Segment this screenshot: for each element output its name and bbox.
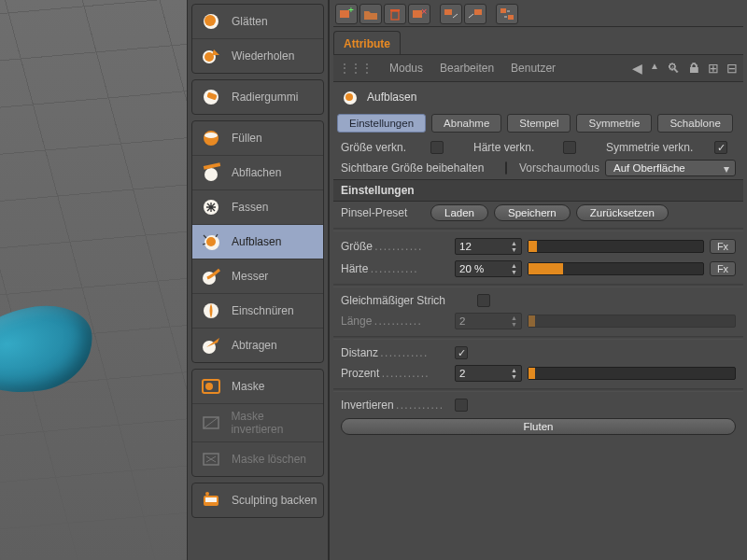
invert-label: Invertieren: [341, 399, 449, 412]
folder-icon[interactable]: [359, 4, 382, 24]
swap-icon[interactable]: [496, 4, 518, 24]
scrape-icon: [198, 334, 224, 357]
tool-radiergummi[interactable]: Radiergummi: [192, 80, 323, 114]
tool-abtragen[interactable]: Abtragen: [192, 328, 323, 362]
preset-label: Pinsel-Preset: [341, 206, 425, 219]
attribute-title: Aufblasen: [367, 91, 416, 104]
add-tag-icon[interactable]: +: [335, 4, 358, 24]
svg-rect-30: [474, 9, 482, 15]
preview-mode-select[interactable]: Auf Oberfläche: [605, 160, 736, 176]
tool-palette: Glätten Wiederholen Radiergummi Füllen A…: [187, 0, 329, 560]
tool-label: Radiergummi: [232, 91, 298, 104]
tool-messer[interactable]: Messer: [192, 259, 323, 293]
tool-maske-invertieren[interactable]: Maske invertieren: [192, 403, 323, 441]
percent-slider[interactable]: [528, 367, 736, 380]
layout-a-icon[interactable]: ⊞: [708, 61, 719, 76]
sym-link-checkbox[interactable]: [714, 141, 727, 154]
size-link-label: Größe verkn.: [341, 141, 425, 154]
svg-rect-21: [205, 497, 217, 502]
even-stroke-checkbox[interactable]: [477, 294, 490, 307]
size-fx-button[interactable]: Fx: [710, 239, 736, 254]
tool-label: Glätten: [232, 15, 268, 28]
search-icon[interactable]: 🔍︎: [667, 61, 680, 76]
grab-icon: [198, 196, 224, 218]
distance-checkbox[interactable]: [455, 346, 468, 359]
percent-label: Prozent: [341, 367, 449, 380]
layout-b-icon[interactable]: ⊟: [726, 61, 738, 76]
mask-clear-icon: [198, 448, 224, 470]
hard-fx-button[interactable]: Fx: [710, 261, 736, 276]
menu-benutzer[interactable]: Benutzer: [511, 62, 556, 75]
size-slider[interactable]: [528, 240, 704, 253]
distance-label: Distanz: [341, 346, 449, 359]
chip-abnahme[interactable]: Abnahme: [431, 114, 501, 133]
preset-load-button[interactable]: Laden: [430, 204, 488, 221]
tool-sculpting-backen[interactable]: Sculpting backen: [192, 483, 323, 517]
visible-keep-label: Sichtbare Größe beibehalten: [341, 161, 500, 175]
visible-keep-checkbox[interactable]: [505, 161, 507, 175]
even-stroke-label: Gleichmäßiger Strich: [341, 294, 472, 307]
chip-einstellungen[interactable]: Einstellungen: [337, 114, 426, 133]
svg-point-3: [204, 52, 214, 62]
svg-text:+: +: [348, 7, 354, 15]
tool-wiederholen[interactable]: Wiederholen: [192, 38, 323, 73]
nav-up-icon[interactable]: ▲: [650, 61, 659, 76]
tool-fuellen[interactable]: Füllen: [192, 121, 323, 155]
attribute-panel: + × Attribute ⋮⋮⋮ Modus Bearbeiten Benut…: [329, 0, 747, 560]
tool-maske-loeschen[interactable]: Maske löschen: [192, 441, 323, 476]
chip-schablone[interactable]: Schablone: [657, 114, 732, 133]
preview-mode-label: Vorschaumodus: [519, 161, 599, 175]
flood-button[interactable]: Fluten: [341, 418, 736, 435]
hard-link-checkbox[interactable]: [563, 141, 576, 154]
length-slider[interactable]: [528, 315, 736, 328]
hard-label: Härte: [341, 262, 449, 275]
invert-checkbox[interactable]: [455, 399, 468, 412]
svg-rect-26: [390, 9, 400, 11]
svg-point-1: [204, 15, 216, 26]
tab-attribute[interactable]: Attribute: [333, 31, 401, 54]
menu-modus[interactable]: Modus: [389, 62, 423, 75]
trash-icon[interactable]: [384, 4, 406, 24]
bake-icon: [198, 489, 224, 511]
preset-save-button[interactable]: Speichern: [494, 204, 571, 221]
tool-label: Maske: [232, 380, 264, 393]
tool-fassen[interactable]: Fassen: [192, 189, 323, 224]
svg-text:×: ×: [421, 7, 427, 17]
mesh-preview: [0, 300, 99, 401]
smooth-icon: [198, 10, 224, 33]
tool-aufblasen[interactable]: Aufblasen: [192, 224, 323, 259]
viewport-3d[interactable]: [0, 0, 187, 560]
tool-label: Maske invertieren: [231, 410, 317, 436]
toggle-b-icon[interactable]: [464, 4, 486, 24]
lock-icon[interactable]: 🔒︎: [687, 61, 700, 76]
length-label: Länge: [341, 315, 449, 328]
preset-reset-button[interactable]: Zurücksetzen: [576, 204, 669, 221]
size-link-checkbox[interactable]: [430, 141, 444, 154]
hard-spinner[interactable]: 20 %▲▼: [455, 260, 522, 277]
length-spinner[interactable]: 2▲▼: [455, 313, 522, 329]
tool-einschnueren[interactable]: Einschnüren: [192, 293, 323, 328]
subpanel-tabs: Einstellungen Abnahme Stempel Symmetrie …: [333, 110, 743, 138]
hard-slider[interactable]: [528, 262, 704, 275]
percent-spinner[interactable]: 2▲▼: [455, 365, 522, 382]
tool-label: Wiederholen: [232, 49, 294, 63]
attribute-title-row: Aufblasen: [333, 82, 743, 110]
size-spinner[interactable]: 12▲▼: [455, 238, 522, 255]
tool-maske[interactable]: Maske: [192, 370, 323, 403]
svg-rect-29: [444, 9, 452, 15]
repeat-icon: [198, 45, 224, 67]
fill-icon: [198, 127, 224, 149]
menu-bearbeiten[interactable]: Bearbeiten: [440, 62, 494, 75]
tool-glaetten[interactable]: Glätten: [192, 5, 323, 38]
remove-tag-icon[interactable]: ×: [408, 4, 430, 24]
svg-point-22: [205, 492, 209, 496]
inflate-icon: [339, 88, 359, 106]
chip-symmetrie[interactable]: Symmetrie: [576, 114, 652, 133]
chip-stempel[interactable]: Stempel: [507, 114, 571, 133]
toggle-a-icon[interactable]: [440, 4, 462, 24]
tool-abflachen[interactable]: Abflachen: [192, 155, 323, 189]
inflate-icon: [198, 231, 224, 253]
mask-invert-icon: [198, 412, 223, 434]
nav-back-icon[interactable]: ◀: [632, 61, 642, 76]
panel-icon-bar: + ×: [333, 4, 743, 26]
